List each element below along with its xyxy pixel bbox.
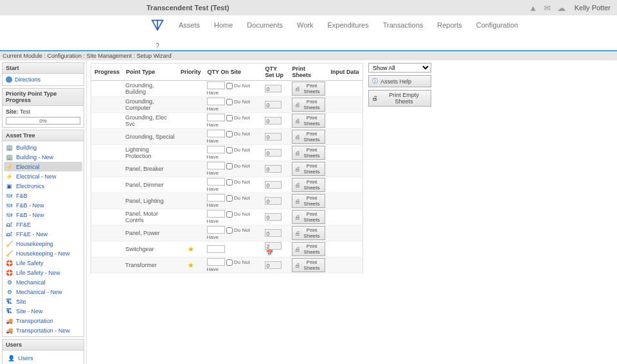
col-point-type[interactable]: Point Type	[123, 64, 177, 81]
elec-icon: ⚡	[6, 163, 13, 170]
nav-work[interactable]: Work	[297, 21, 313, 29]
do-not-have-checkbox[interactable]	[226, 147, 233, 153]
tree-item[interactable]: 🛟Life Safety	[4, 258, 82, 268]
qty-on-site-input[interactable]	[207, 98, 225, 105]
tree-item[interactable]: 🏢Building - New	[4, 152, 82, 162]
tree-item[interactable]: 🍽F&B - New	[4, 200, 82, 210]
users-link[interactable]: 👤 Users	[6, 353, 80, 363]
table-row: Panel, Lighting Do Not Have0🖨Print Sheet…	[91, 193, 363, 209]
tree-item[interactable]: ⚙Mechanical	[4, 277, 82, 287]
hk-icon: 🧹	[6, 240, 13, 247]
print-sheets-button[interactable]: 🖨Print Sheets	[292, 210, 325, 224]
print-sheets-button[interactable]: 🖨Print Sheets	[292, 98, 325, 112]
col-progress[interactable]: Progress	[91, 64, 123, 81]
nav-transactions[interactable]: Transactions	[383, 21, 424, 29]
print-empty-label: Print Empty Sheets	[380, 92, 427, 105]
do-not-have-checkbox[interactable]	[226, 259, 233, 266]
print-sheets-button[interactable]: 🖨Print Sheets	[292, 194, 325, 208]
qty-on-site-input[interactable]	[207, 162, 225, 169]
do-not-have-checkbox[interactable]	[226, 99, 233, 105]
point-type-cell: Grounding, Computer	[123, 97, 177, 113]
tree-item[interactable]: 🛋FF&E	[4, 220, 82, 229]
print-sheets-button[interactable]: 🖨Print Sheets	[292, 130, 325, 144]
logo-icon[interactable]	[151, 19, 164, 33]
qty-on-site-input[interactable]	[207, 82, 225, 89]
calendar-icon[interactable]: 📅	[266, 250, 273, 256]
alert-icon[interactable]: ▲	[529, 3, 537, 13]
col-qty-on-site[interactable]: QTY On Site	[204, 64, 262, 81]
do-not-have-checkbox[interactable]	[226, 211, 233, 218]
tree-item[interactable]: 🧹Housekeeping - New	[4, 248, 82, 258]
col-print-sheets[interactable]: Print Sheets	[289, 64, 328, 81]
col-input-data[interactable]: Input Data	[328, 64, 363, 81]
qty-on-site-input[interactable]	[207, 258, 225, 266]
point-type-cell: Panel, Lighting	[123, 193, 177, 209]
print-icon: 🖨	[295, 134, 300, 140]
qty-on-site-input[interactable]	[207, 194, 225, 202]
col-priority[interactable]: Priority	[177, 64, 204, 81]
print-icon: 🖨	[295, 118, 300, 124]
assets-help-button[interactable]: ⓘ Assets Help	[368, 75, 431, 87]
tree-item[interactable]: 🏢Building	[4, 143, 82, 152]
do-not-have-checkbox[interactable]	[226, 115, 233, 121]
tree-item[interactable]: ⚡Electrical - New	[4, 171, 82, 181]
qty-on-site-input[interactable]	[207, 130, 225, 137]
building-icon: 🏢	[6, 153, 13, 160]
tree-item[interactable]: 🚚Transportation	[4, 316, 82, 325]
chat-icon[interactable]: ☁	[557, 3, 566, 13]
do-not-have-checkbox[interactable]	[226, 227, 233, 234]
print-sheets-button[interactable]: 🖨Print Sheets	[292, 178, 325, 192]
directions-label: Directions	[15, 76, 40, 83]
info-icon: ⓘ	[372, 77, 378, 85]
progress-bar: 0%	[6, 117, 80, 125]
print-sheets-button[interactable]: 🖨Print Sheets	[292, 82, 325, 96]
do-not-have-checkbox[interactable]	[226, 163, 233, 169]
qty-set-up-value: 0	[265, 181, 282, 189]
tree-item[interactable]: 🏗Site - New	[4, 306, 82, 316]
nav-reports[interactable]: Reports	[437, 21, 462, 29]
print-sheets-button[interactable]: 🖨Print Sheets	[292, 242, 325, 256]
tree-item[interactable]: 🚚Transportation - New	[4, 325, 82, 335]
do-not-have-checkbox[interactable]	[226, 195, 233, 202]
do-not-have-checkbox[interactable]	[226, 131, 233, 137]
user-name[interactable]: Kelly Potter	[575, 4, 611, 12]
nav-configuration[interactable]: Configuration	[476, 21, 518, 29]
directions-link[interactable]: Directions	[6, 76, 80, 83]
tree-item[interactable]: 🛟Life Safety - New	[4, 268, 82, 277]
tree-item[interactable]: 🧹Housekeeping	[4, 239, 82, 248]
nav-expenditures[interactable]: Expenditures	[327, 21, 368, 29]
tree-item[interactable]: ▣Electronics	[4, 181, 82, 191]
tree-item[interactable]: ⚙Mechanical - New	[4, 287, 82, 297]
help-icon[interactable]: ?	[156, 42, 159, 49]
table-row: Switchgear★2📅🖨Print Sheets	[91, 241, 363, 257]
qty-on-site-input[interactable]	[207, 114, 225, 121]
tree-item[interactable]: ⚡Electrical	[4, 162, 82, 171]
nav-home[interactable]: Home	[214, 21, 233, 29]
print-sheets-button[interactable]: 🖨Print Sheets	[292, 258, 325, 272]
print-sheets-button[interactable]: 🖨Print Sheets	[292, 146, 325, 160]
mail-icon[interactable]: ✉	[544, 3, 551, 13]
qty-on-site-input[interactable]	[207, 226, 225, 234]
nav-documents[interactable]: Documents	[247, 21, 283, 29]
tree-label: Electrical - New	[16, 173, 57, 180]
print-sheets-button[interactable]: 🖨Print Sheets	[292, 114, 325, 128]
print-sheets-button[interactable]: 🖨Print Sheets	[292, 226, 325, 240]
print-sheets-button[interactable]: 🖨Print Sheets	[292, 162, 325, 176]
qty-on-site-input[interactable]	[207, 178, 225, 186]
tree-item[interactable]: 🏗Site	[4, 297, 82, 306]
qty-on-site-input[interactable]	[207, 245, 225, 253]
print-empty-button[interactable]: 🖨 Print Empty Sheets	[368, 90, 431, 107]
qty-on-site-input[interactable]	[207, 146, 225, 153]
col-qty-set-up[interactable]: QTY Set Up	[262, 64, 289, 81]
tree-item[interactable]: 🍽F&B - New	[4, 210, 82, 220]
do-not-have-checkbox[interactable]	[226, 179, 233, 186]
tree-item[interactable]: 🍽F&B	[4, 191, 82, 200]
do-not-have-checkbox[interactable]	[226, 83, 233, 89]
nav-assets[interactable]: Assets	[179, 21, 200, 29]
tree-label: Site - New	[16, 308, 43, 315]
qty-on-site-input[interactable]	[207, 210, 225, 218]
tree-item[interactable]: 🛋FF&E - New	[4, 229, 82, 239]
ls-icon: 🛟	[6, 269, 13, 276]
filter-dropdown[interactable]: Show All	[368, 63, 431, 73]
print-label: Print Sheets	[302, 131, 322, 143]
